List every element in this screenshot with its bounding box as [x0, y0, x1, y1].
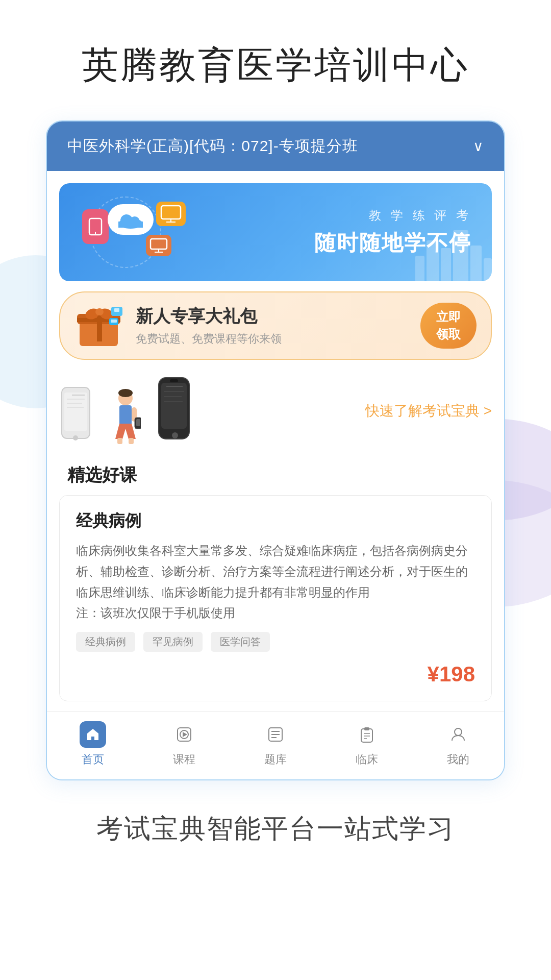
svg-rect-9 [151, 239, 167, 249]
gift-left: 新人专享大礼包 免费试题、免费课程等你来领 [74, 303, 282, 349]
app-title: 英腾教育医学培训中心 [61, 0, 490, 120]
featured-courses-title: 精选好课 [47, 451, 504, 495]
user-icon [445, 721, 471, 748]
course-description: 临床病例收集各科室大量常多发、综合疑难临床病症，包括各病例病史分析、辅助检查、诊… [76, 541, 475, 624]
course-header[interactable]: 中医外科学(正高)[代码：072]-专项提分班 ∨ [47, 121, 504, 171]
phone-illustration-1 [59, 385, 95, 446]
clipboard-icon [354, 721, 380, 748]
course-header-text: 中医外科学(正高)[代码：072]-专项提分班 [67, 136, 358, 157]
nav-item-questions[interactable]: 题库 [240, 721, 311, 767]
nav-item-mine[interactable]: 我的 [422, 721, 494, 767]
course-tag-2: 罕见病例 [143, 632, 203, 652]
list-icon [262, 721, 289, 748]
course-tag-3: 医学问答 [211, 632, 270, 652]
svg-rect-34 [129, 438, 134, 444]
svg-rect-33 [117, 438, 122, 444]
course-tags: 经典病例 罕见病例 医学问答 [76, 632, 475, 652]
svg-point-18 [95, 308, 104, 315]
cloud-icon [108, 204, 154, 235]
course-price: ¥198 [76, 662, 475, 687]
gift-text: 新人专享大礼包 免费试题、免费课程等你来领 [136, 305, 282, 347]
gift-banner[interactable]: 新人专享大礼包 免费试题、免费课程等你来领 立即 领取 [59, 291, 492, 360]
phone-illustration-2 [156, 375, 194, 446]
svg-point-29 [73, 435, 78, 440]
course-card[interactable]: 经典病例 临床病例收集各科室大量常多发、综合疑难临床病症，包括各病例病史分析、辅… [59, 495, 492, 701]
monitor-icon [156, 202, 186, 226]
gift-claim-button[interactable]: 立即 领取 [420, 303, 477, 349]
svg-rect-37 [136, 419, 140, 426]
banner-buildings [415, 230, 492, 281]
svg-rect-24 [64, 393, 87, 431]
banner-area: 教 学 练 评 考 随时随地学不停 [47, 171, 504, 281]
chevron-down-icon[interactable]: ∨ [473, 138, 484, 155]
nav-item-courses[interactable]: 课程 [148, 721, 220, 767]
svg-rect-6 [161, 206, 181, 219]
svg-rect-22 [111, 320, 117, 323]
svg-rect-32 [119, 405, 132, 426]
home-icon [80, 721, 106, 748]
course-tag-1: 经典病例 [76, 632, 135, 652]
exam-guide-link[interactable]: 快速了解考试宝典 > [365, 401, 492, 421]
svg-rect-53 [361, 729, 372, 742]
svg-point-58 [455, 728, 462, 736]
exam-guide-section: 快速了解考试宝典 > [59, 370, 492, 451]
svg-rect-45 [170, 379, 178, 382]
play-icon [171, 721, 197, 748]
svg-rect-39 [161, 383, 187, 429]
person-figure [110, 388, 141, 446]
app-card: 中医外科学(正高)[代码：072]-专项提分班 ∨ [46, 120, 505, 780]
svg-marker-48 [183, 732, 187, 737]
nav-item-home[interactable]: 首页 [57, 721, 129, 767]
svg-rect-54 [364, 727, 369, 730]
bottom-nav: 首页 课程 [47, 712, 504, 779]
course-name: 经典病例 [76, 510, 475, 532]
bottom-tagline: 考试宝典智能平台一站式学习 [76, 780, 475, 888]
nav-label-home: 首页 [82, 752, 104, 767]
desktop-icon [146, 235, 171, 256]
nav-label-clinical: 临床 [356, 752, 378, 767]
banner-icons [80, 202, 192, 263]
nav-label-courses: 课程 [173, 752, 195, 767]
nav-label-mine: 我的 [447, 752, 469, 767]
svg-rect-5 [118, 222, 143, 228]
tablet-icon [82, 209, 109, 244]
banner-subtitle: 教 学 练 评 考 [202, 207, 471, 224]
exam-phones-illustration [59, 375, 194, 446]
gift-box-icon [74, 303, 126, 349]
main-banner[interactable]: 教 学 练 评 考 随时随地学不停 [59, 183, 492, 281]
nav-label-questions: 题库 [264, 752, 287, 767]
svg-point-44 [172, 432, 178, 438]
nav-item-clinical[interactable]: 临床 [331, 721, 403, 767]
svg-rect-20 [114, 308, 119, 312]
svg-point-31 [118, 389, 133, 397]
